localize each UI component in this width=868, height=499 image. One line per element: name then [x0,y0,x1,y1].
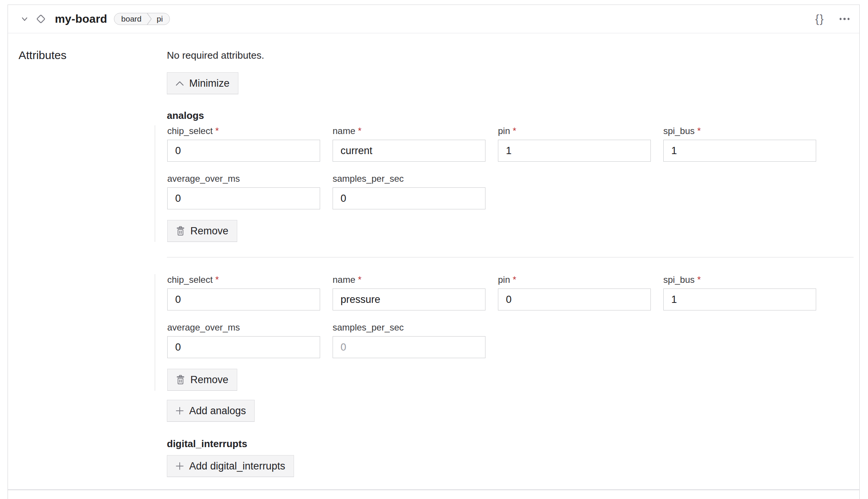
name-input[interactable] [333,288,485,310]
field-label: samples_per_sec [333,173,485,184]
add-analogs-button[interactable]: Add analogs [167,400,255,422]
group-divider [167,257,854,257]
remove-analog-button[interactable]: Remove [167,369,237,391]
trash-icon [176,226,185,236]
remove-label: Remove [190,374,229,386]
field-average-over-ms: average_over_ms [167,322,320,358]
card-title: my-board [55,12,107,25]
samples-per-sec-input[interactable] [333,187,485,209]
spi-bus-input[interactable] [663,288,816,310]
average-over-ms-input[interactable] [167,336,320,358]
resource-card: my-board board pi {} Attributes No requi… [8,5,860,499]
plus-icon [176,407,184,415]
required-asterisk: * [358,126,361,136]
field-label: pin* [498,125,651,137]
remove-label: Remove [190,225,229,237]
badge-type: board [114,14,147,23]
remove-analog-button[interactable]: Remove [167,220,237,242]
field-pin: pin* [498,274,651,310]
field-spi-bus: spi_bus* [663,274,816,310]
field-label: spi_bus* [663,125,816,137]
field-average-over-ms: average_over_ms [167,173,320,209]
code-json-icon[interactable]: {} [815,13,824,25]
name-input[interactable] [333,140,485,162]
required-asterisk: * [358,274,361,285]
digital-interrupts-section-label: digital_interrupts [167,438,859,450]
type-model-badge: board pi [114,13,170,25]
pin-input[interactable] [498,140,651,162]
card-header: my-board board pi {} [8,5,859,33]
required-asterisk: * [215,274,219,285]
required-asterisk: * [697,126,701,136]
field-label: name* [333,125,485,137]
field-samples-per-sec: samples_per_sec [333,173,485,209]
field-label: average_over_ms [167,173,320,184]
field-chip-select: chip_select* [167,274,320,310]
plus-icon [176,462,184,470]
chip-select-input[interactable] [167,140,320,162]
add-digital-interrupts-label: Add digital_interrupts [189,460,285,472]
minimize-label: Minimize [189,78,230,89]
no-required-attributes-note: No required attributes. [167,50,859,61]
required-asterisk: * [513,126,516,136]
field-samples-per-sec: samples_per_sec [333,322,485,358]
analog-group-1: chip_select* name* pin* spi_bus* average… [155,125,859,242]
field-spi-bus: spi_bus* [663,125,816,162]
required-asterisk: * [513,274,516,285]
field-label: spi_bus* [663,274,816,285]
field-pin: pin* [498,125,651,162]
chip-select-input[interactable] [167,288,320,310]
field-label: samples_per_sec [333,322,485,333]
board-component-icon [34,12,47,25]
badge-chevron-divider-icon [147,13,152,25]
add-digital-interrupts-button[interactable]: Add digital_interrupts [167,455,294,477]
pin-input[interactable] [498,288,651,310]
analogs-section-label: analogs [167,109,859,122]
field-label: chip_select* [167,125,320,137]
field-label: pin* [498,274,651,285]
average-over-ms-input[interactable] [167,187,320,209]
attributes-content: No required attributes. Minimize analogs… [155,50,859,477]
field-name: name* [333,274,485,310]
field-label: name* [333,274,485,285]
chevron-up-icon [176,81,184,86]
required-asterisk: * [697,274,701,285]
samples-per-sec-input[interactable] [333,336,485,358]
badge-model: pi [152,14,170,23]
field-label: average_over_ms [167,322,320,333]
chevron-down-icon[interactable] [20,14,29,23]
field-name: name* [333,125,485,162]
required-asterisk: * [215,126,219,136]
attributes-heading: Attributes [19,49,67,62]
minimize-button[interactable]: Minimize [167,72,238,94]
add-analogs-label: Add analogs [189,405,246,417]
trash-icon [176,375,185,385]
more-menu-icon[interactable] [840,18,850,20]
field-chip-select: chip_select* [167,125,320,162]
section-bottom-divider [8,489,859,490]
field-label: chip_select* [167,274,320,285]
analog-group-2: chip_select* name* pin* spi_bus* average… [155,274,859,391]
spi-bus-input[interactable] [663,140,816,162]
